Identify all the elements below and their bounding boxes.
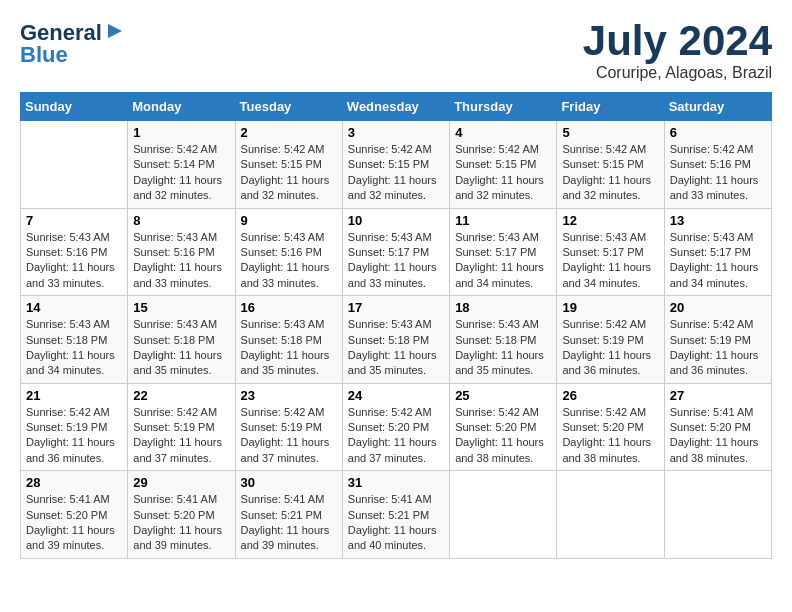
day-info: Sunrise: 5:41 AMSunset: 5:21 PMDaylight:…	[241, 492, 337, 554]
calendar-cell	[664, 471, 771, 559]
day-number: 1	[133, 125, 229, 140]
day-info: Sunrise: 5:42 AMSunset: 5:19 PMDaylight:…	[562, 317, 658, 379]
day-number: 25	[455, 388, 551, 403]
day-info: Sunrise: 5:43 AMSunset: 5:18 PMDaylight:…	[241, 317, 337, 379]
day-info: Sunrise: 5:41 AMSunset: 5:20 PMDaylight:…	[26, 492, 122, 554]
calendar-cell: 17Sunrise: 5:43 AMSunset: 5:18 PMDayligh…	[342, 296, 449, 384]
day-info: Sunrise: 5:42 AMSunset: 5:19 PMDaylight:…	[133, 405, 229, 467]
calendar-cell: 20Sunrise: 5:42 AMSunset: 5:19 PMDayligh…	[664, 296, 771, 384]
day-info: Sunrise: 5:43 AMSunset: 5:18 PMDaylight:…	[26, 317, 122, 379]
calendar-cell: 21Sunrise: 5:42 AMSunset: 5:19 PMDayligh…	[21, 383, 128, 471]
calendar-cell: 7Sunrise: 5:43 AMSunset: 5:16 PMDaylight…	[21, 208, 128, 296]
day-number: 15	[133, 300, 229, 315]
calendar-body: 1Sunrise: 5:42 AMSunset: 5:14 PMDaylight…	[21, 121, 772, 559]
calendar-cell: 9Sunrise: 5:43 AMSunset: 5:16 PMDaylight…	[235, 208, 342, 296]
logo: General Blue	[20, 20, 126, 68]
day-number: 14	[26, 300, 122, 315]
day-number: 5	[562, 125, 658, 140]
calendar-cell: 10Sunrise: 5:43 AMSunset: 5:17 PMDayligh…	[342, 208, 449, 296]
calendar-cell: 30Sunrise: 5:41 AMSunset: 5:21 PMDayligh…	[235, 471, 342, 559]
day-info: Sunrise: 5:43 AMSunset: 5:16 PMDaylight:…	[241, 230, 337, 292]
day-number: 23	[241, 388, 337, 403]
month-year-title: July 2024	[583, 20, 772, 62]
day-number: 28	[26, 475, 122, 490]
day-number: 4	[455, 125, 551, 140]
day-info: Sunrise: 5:41 AMSunset: 5:20 PMDaylight:…	[133, 492, 229, 554]
day-number: 22	[133, 388, 229, 403]
calendar-cell: 23Sunrise: 5:42 AMSunset: 5:19 PMDayligh…	[235, 383, 342, 471]
day-info: Sunrise: 5:42 AMSunset: 5:16 PMDaylight:…	[670, 142, 766, 204]
day-info: Sunrise: 5:41 AMSunset: 5:20 PMDaylight:…	[670, 405, 766, 467]
day-info: Sunrise: 5:43 AMSunset: 5:16 PMDaylight:…	[26, 230, 122, 292]
day-number: 24	[348, 388, 444, 403]
calendar-cell: 1Sunrise: 5:42 AMSunset: 5:14 PMDaylight…	[128, 121, 235, 209]
day-number: 18	[455, 300, 551, 315]
weekday-header: Saturday	[664, 93, 771, 121]
day-info: Sunrise: 5:43 AMSunset: 5:18 PMDaylight:…	[133, 317, 229, 379]
calendar-table: SundayMondayTuesdayWednesdayThursdayFrid…	[20, 92, 772, 559]
calendar-cell: 3Sunrise: 5:42 AMSunset: 5:15 PMDaylight…	[342, 121, 449, 209]
day-info: Sunrise: 5:42 AMSunset: 5:20 PMDaylight:…	[562, 405, 658, 467]
day-info: Sunrise: 5:42 AMSunset: 5:20 PMDaylight:…	[455, 405, 551, 467]
calendar-cell: 12Sunrise: 5:43 AMSunset: 5:17 PMDayligh…	[557, 208, 664, 296]
day-number: 30	[241, 475, 337, 490]
calendar-week-row: 21Sunrise: 5:42 AMSunset: 5:19 PMDayligh…	[21, 383, 772, 471]
calendar-cell: 25Sunrise: 5:42 AMSunset: 5:20 PMDayligh…	[450, 383, 557, 471]
day-info: Sunrise: 5:42 AMSunset: 5:15 PMDaylight:…	[455, 142, 551, 204]
calendar-cell: 18Sunrise: 5:43 AMSunset: 5:18 PMDayligh…	[450, 296, 557, 384]
day-info: Sunrise: 5:43 AMSunset: 5:16 PMDaylight:…	[133, 230, 229, 292]
day-info: Sunrise: 5:42 AMSunset: 5:19 PMDaylight:…	[670, 317, 766, 379]
day-number: 3	[348, 125, 444, 140]
calendar-week-row: 28Sunrise: 5:41 AMSunset: 5:20 PMDayligh…	[21, 471, 772, 559]
day-number: 9	[241, 213, 337, 228]
calendar-cell: 6Sunrise: 5:42 AMSunset: 5:16 PMDaylight…	[664, 121, 771, 209]
calendar-week-row: 14Sunrise: 5:43 AMSunset: 5:18 PMDayligh…	[21, 296, 772, 384]
logo-blue: Blue	[20, 42, 68, 68]
weekday-header: Thursday	[450, 93, 557, 121]
calendar-cell	[21, 121, 128, 209]
logo-icon-arrow	[104, 20, 126, 42]
day-number: 10	[348, 213, 444, 228]
day-info: Sunrise: 5:42 AMSunset: 5:20 PMDaylight:…	[348, 405, 444, 467]
day-info: Sunrise: 5:42 AMSunset: 5:19 PMDaylight:…	[26, 405, 122, 467]
day-number: 20	[670, 300, 766, 315]
calendar-cell: 14Sunrise: 5:43 AMSunset: 5:18 PMDayligh…	[21, 296, 128, 384]
calendar-cell: 28Sunrise: 5:41 AMSunset: 5:20 PMDayligh…	[21, 471, 128, 559]
day-info: Sunrise: 5:42 AMSunset: 5:14 PMDaylight:…	[133, 142, 229, 204]
day-number: 19	[562, 300, 658, 315]
weekday-header: Friday	[557, 93, 664, 121]
calendar-cell	[450, 471, 557, 559]
day-number: 27	[670, 388, 766, 403]
svg-marker-0	[108, 24, 122, 38]
day-number: 2	[241, 125, 337, 140]
day-number: 6	[670, 125, 766, 140]
day-number: 21	[26, 388, 122, 403]
calendar-cell: 26Sunrise: 5:42 AMSunset: 5:20 PMDayligh…	[557, 383, 664, 471]
calendar-cell: 16Sunrise: 5:43 AMSunset: 5:18 PMDayligh…	[235, 296, 342, 384]
day-number: 26	[562, 388, 658, 403]
calendar-cell: 5Sunrise: 5:42 AMSunset: 5:15 PMDaylight…	[557, 121, 664, 209]
day-info: Sunrise: 5:43 AMSunset: 5:17 PMDaylight:…	[670, 230, 766, 292]
weekday-header: Tuesday	[235, 93, 342, 121]
title-block: July 2024 Coruripe, Alagoas, Brazil	[583, 20, 772, 82]
day-number: 31	[348, 475, 444, 490]
weekday-header: Sunday	[21, 93, 128, 121]
calendar-cell: 27Sunrise: 5:41 AMSunset: 5:20 PMDayligh…	[664, 383, 771, 471]
calendar-header: SundayMondayTuesdayWednesdayThursdayFrid…	[21, 93, 772, 121]
day-number: 7	[26, 213, 122, 228]
day-info: Sunrise: 5:43 AMSunset: 5:17 PMDaylight:…	[348, 230, 444, 292]
day-number: 11	[455, 213, 551, 228]
day-info: Sunrise: 5:42 AMSunset: 5:19 PMDaylight:…	[241, 405, 337, 467]
day-number: 17	[348, 300, 444, 315]
weekday-header: Monday	[128, 93, 235, 121]
calendar-cell: 15Sunrise: 5:43 AMSunset: 5:18 PMDayligh…	[128, 296, 235, 384]
day-info: Sunrise: 5:41 AMSunset: 5:21 PMDaylight:…	[348, 492, 444, 554]
page-header: General Blue July 2024 Coruripe, Alagoas…	[20, 20, 772, 82]
calendar-cell: 4Sunrise: 5:42 AMSunset: 5:15 PMDaylight…	[450, 121, 557, 209]
calendar-cell: 2Sunrise: 5:42 AMSunset: 5:15 PMDaylight…	[235, 121, 342, 209]
day-info: Sunrise: 5:43 AMSunset: 5:17 PMDaylight:…	[455, 230, 551, 292]
calendar-week-row: 7Sunrise: 5:43 AMSunset: 5:16 PMDaylight…	[21, 208, 772, 296]
day-info: Sunrise: 5:43 AMSunset: 5:17 PMDaylight:…	[562, 230, 658, 292]
calendar-cell: 24Sunrise: 5:42 AMSunset: 5:20 PMDayligh…	[342, 383, 449, 471]
calendar-cell	[557, 471, 664, 559]
